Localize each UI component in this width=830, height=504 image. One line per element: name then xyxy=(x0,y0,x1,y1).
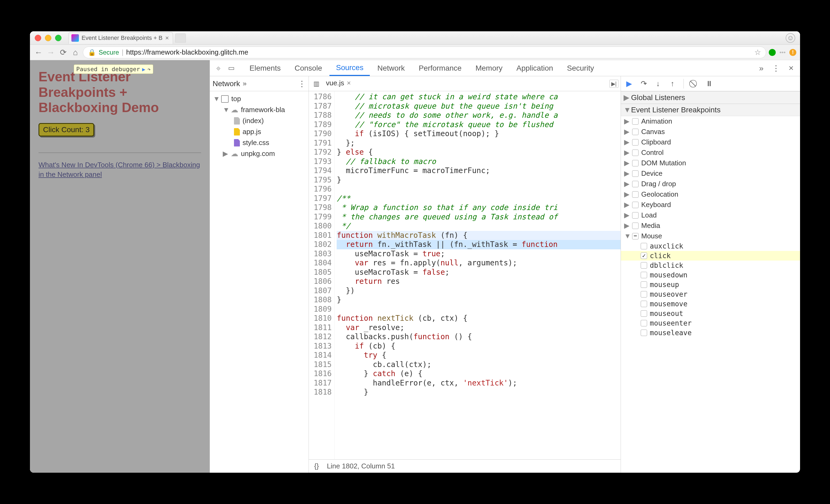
ev-cat-geolocation[interactable]: Geolocation xyxy=(621,189,800,199)
tree-domain-2[interactable]: ☁ unpkg.com xyxy=(210,148,309,159)
code-viewer[interactable]: 1786178717881789179017911792179317941795… xyxy=(309,91,620,459)
more-tabs-icon[interactable]: » xyxy=(756,64,767,73)
bookmark-icon[interactable]: ☆ xyxy=(754,48,761,57)
ev-mouseup[interactable]: mouseup xyxy=(621,280,800,289)
nav-tab-network[interactable]: Network xyxy=(213,80,240,88)
checkbox[interactable] xyxy=(641,262,647,269)
checkbox[interactable] xyxy=(641,320,647,326)
tree-domain-1[interactable]: ☁ framework-bla xyxy=(210,104,309,115)
checkbox[interactable] xyxy=(632,191,639,198)
pause-exceptions-icon[interactable]: ⏸ xyxy=(704,79,714,88)
ev-mouseout[interactable]: mouseout xyxy=(621,309,800,318)
ev-mousedown[interactable]: mousedown xyxy=(621,270,800,280)
ev-mouseover[interactable]: mouseover xyxy=(621,289,800,299)
checkbox[interactable] xyxy=(641,281,647,288)
checkbox[interactable] xyxy=(632,129,639,135)
resume-mini-icon[interactable]: ▶ xyxy=(142,66,145,72)
pretty-print-icon[interactable]: {} xyxy=(314,462,319,470)
ev-cat-canvas[interactable]: Canvas xyxy=(621,127,800,137)
url-field[interactable]: 🔒 Secure | https://framework-blackboxing… xyxy=(83,46,766,58)
filetab-vuejs[interactable]: vue.js × xyxy=(322,76,355,91)
tab-performance[interactable]: Performance xyxy=(412,60,468,76)
extension-alert-icon[interactable]: ! xyxy=(789,49,796,56)
resume-icon[interactable]: ▶ xyxy=(624,79,634,88)
browser-tab[interactable]: Event Listener Breakpoints + B × xyxy=(68,32,173,44)
ev-cat-dom-mutation[interactable]: DOM Mutation xyxy=(621,158,800,168)
checkbox[interactable] xyxy=(641,253,647,259)
toggle-nav-icon[interactable]: ▥ xyxy=(311,80,322,88)
checkbox[interactable] xyxy=(641,301,647,307)
step-over-icon[interactable]: ↷ xyxy=(639,79,649,88)
tree-file-appjs[interactable]: app.js xyxy=(210,126,309,137)
checkbox[interactable] xyxy=(641,291,647,297)
step-out-icon[interactable]: ↑ xyxy=(667,80,678,88)
nav-more-icon[interactable]: » xyxy=(243,80,247,88)
checkbox[interactable] xyxy=(632,223,639,229)
checkbox[interactable] xyxy=(632,150,639,156)
tab-elements[interactable]: Elements xyxy=(243,60,287,76)
ev-cat-load[interactable]: Load xyxy=(621,210,800,220)
minimize-window-button[interactable] xyxy=(45,35,51,41)
back-icon[interactable]: ← xyxy=(34,48,43,57)
ev-cat-device[interactable]: Device xyxy=(621,168,800,179)
checkbox[interactable] xyxy=(641,272,647,278)
tab-memory[interactable]: Memory xyxy=(469,60,509,76)
ev-cat-keyboard[interactable]: Keyboard xyxy=(621,199,800,210)
inspect-icon[interactable]: ⟐ xyxy=(213,64,224,72)
checkbox[interactable] xyxy=(632,160,639,166)
ev-cat-clipboard[interactable]: Clipboard xyxy=(621,137,800,148)
nav-menu-icon[interactable]: ⋮ xyxy=(298,79,306,88)
checkbox[interactable] xyxy=(641,310,647,317)
checkbox[interactable] xyxy=(632,202,639,208)
ev-cat-media[interactable]: Media xyxy=(621,220,800,231)
step-mini-icon[interactable]: ↷ xyxy=(147,66,151,72)
close-tab-icon[interactable]: × xyxy=(165,34,169,42)
section-event-listener-bp[interactable]: ▼Event Listener Breakpoints xyxy=(621,104,800,116)
checkbox[interactable] xyxy=(641,243,647,249)
ev-dblclick[interactable]: dblclick xyxy=(621,260,800,270)
tab-console[interactable]: Console xyxy=(288,60,329,76)
checkbox[interactable] xyxy=(632,139,639,146)
ev-mouseenter[interactable]: mouseenter xyxy=(621,318,800,328)
ev-mouseleave[interactable]: mouseleave xyxy=(621,328,800,338)
tab-application[interactable]: Application xyxy=(510,60,560,76)
checkbox[interactable] xyxy=(632,181,639,187)
close-file-icon[interactable]: × xyxy=(347,79,351,87)
ev-cat-control[interactable]: Control xyxy=(621,148,800,158)
ev-cat-animation[interactable]: Animation xyxy=(621,116,800,127)
tree-file-index[interactable]: (index) xyxy=(210,115,309,126)
home-icon[interactable]: ⌂ xyxy=(71,48,80,57)
code-body[interactable]: // it can get stuck in a weird state whe… xyxy=(334,91,620,459)
step-into-icon[interactable]: ↓ xyxy=(653,80,663,88)
ev-mousemove[interactable]: mousemove xyxy=(621,299,800,309)
tree-top[interactable]: top xyxy=(210,93,309,104)
ev-click[interactable]: click xyxy=(621,251,800,260)
device-toggle-icon[interactable]: ▭ xyxy=(225,64,237,72)
checkbox[interactable] xyxy=(632,212,639,219)
file-icon xyxy=(234,128,240,136)
tab-network[interactable]: Network xyxy=(371,60,411,76)
tab-sources[interactable]: Sources xyxy=(329,60,370,76)
checkbox[interactable] xyxy=(641,329,647,336)
new-tab-button[interactable] xyxy=(175,33,186,42)
profile-icon[interactable]: ☺ xyxy=(786,33,795,43)
forward-icon[interactable]: → xyxy=(46,48,56,57)
reload-icon[interactable]: ⟳ xyxy=(58,48,68,57)
extension-green-icon[interactable] xyxy=(769,49,776,56)
checkbox[interactable] xyxy=(632,170,639,177)
ev-auxclick[interactable]: auxclick xyxy=(621,241,800,251)
tree-file-stylecss[interactable]: style.css xyxy=(210,137,309,148)
run-snippet-icon[interactable]: ▶| xyxy=(609,80,618,88)
kebab-icon[interactable]: ⋮ xyxy=(768,63,784,73)
ev-cat-drag-drop[interactable]: Drag / drop xyxy=(621,179,800,189)
checkbox[interactable] xyxy=(632,118,639,125)
close-devtools-icon[interactable]: × xyxy=(785,63,797,73)
section-global-listeners[interactable]: ▶Global Listeners xyxy=(621,91,800,104)
ev-cat-mouse[interactable]: Mouse xyxy=(621,231,800,241)
tab-security[interactable]: Security xyxy=(561,60,600,76)
close-window-button[interactable] xyxy=(35,35,41,41)
checkbox[interactable] xyxy=(632,233,639,240)
extension-dots-icon[interactable]: ••• xyxy=(779,49,786,56)
maximize-window-button[interactable] xyxy=(55,35,62,41)
deactivate-bp-icon[interactable]: ⃠ xyxy=(690,79,700,88)
